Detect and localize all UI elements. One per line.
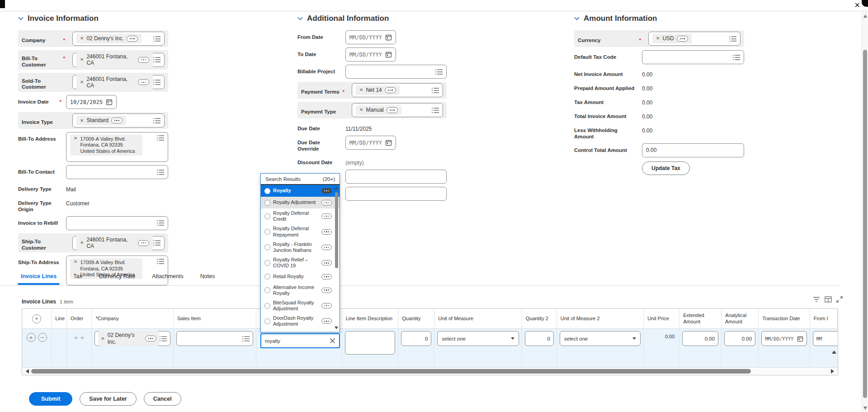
related-actions-icon[interactable] [321,303,332,308]
radio-icon[interactable] [264,213,270,219]
prompt-list-icon[interactable] [156,220,164,226]
search-result-option[interactable]: Royalty Adjustment [261,197,340,208]
related-actions-icon[interactable] [321,288,332,293]
save-for-later-button[interactable]: Save for Later [80,392,136,406]
calendar-icon[interactable] [797,336,803,342]
scroll-down-icon[interactable] [335,327,338,329]
prompt-input[interactable]: ✕USD [648,32,741,46]
related-actions-icon[interactable] [677,36,688,42]
calendar-icon[interactable] [385,34,392,41]
prompt-list-icon[interactable] [156,258,164,265]
selected-value-pill[interactable]: ✕246001 Fontana, CA [76,235,153,251]
prompt-list-icon[interactable] [732,54,740,61]
quantity-2-input[interactable]: 0 [525,331,554,346]
remove-icon[interactable]: ✕ [80,36,84,41]
radio-icon[interactable] [264,260,270,266]
unit-of-measure-2-select[interactable]: select one [560,331,641,346]
close-icon[interactable]: ✕ [854,0,860,10]
search-result-option[interactable]: EzCater Royalty [261,329,340,331]
selected-value-pill[interactable]: ✕USD [652,34,692,43]
order-down-icon[interactable] [80,337,85,340]
search-result-option[interactable]: Royalty - Franklin Junction Nathans [261,240,340,255]
prompt-input[interactable]: ✕246001 Fontana, CA [72,236,165,250]
tab-item[interactable]: Attachments [152,273,183,284]
related-actions-icon[interactable] [321,260,332,265]
remove-icon[interactable]: ✕ [80,118,84,123]
selected-value-pill[interactable]: ✕Net 14 [356,85,400,95]
search-result-option[interactable]: DoorDash Royalty Adjustment [261,313,340,329]
selected-value-pill[interactable]: ✕246001 Fontana, CA [76,52,153,68]
search-result-option[interactable]: Alternative Income Royalty [261,283,340,298]
prompt-list-icon[interactable] [159,336,167,342]
order-cell[interactable] [67,329,92,367]
add-row-header[interactable]: + [22,309,52,328]
related-actions-icon[interactable] [127,36,138,42]
prompt-input[interactable]: ✕02 Denny's Inc. [72,32,165,46]
extended-amount-input[interactable]: 0.00 [682,331,718,346]
update-tax-button[interactable]: Update Tax [642,161,690,175]
date-input[interactable]: MM/DD/YYYY [345,47,396,62]
tab-item[interactable]: Currency Rate [99,273,136,284]
prompt-list-icon[interactable] [153,79,160,85]
selected-value-pill[interactable]: ✕02 Denny's Inc. [76,34,142,43]
chevron-down-icon[interactable] [574,17,580,20]
transaction-date-input[interactable]: MM/DD/YYYY [761,331,807,346]
related-actions-icon[interactable] [321,318,332,324]
remove-icon[interactable]: ✕ [359,88,363,92]
prompt-input[interactable]: ✕Manual [352,103,443,117]
related-actions-icon[interactable] [145,336,156,341]
remove-icon[interactable]: ✕ [80,80,84,85]
remove-icon[interactable]: ✕ [80,241,84,245]
grid-horizontal-scrollbar[interactable] [22,368,838,375]
tab-item[interactable]: Notes [200,273,215,284]
scroll-thumb[interactable] [335,192,338,268]
selected-value-pill[interactable]: ✕246001 Fontana, CA [76,75,153,90]
calendar-icon[interactable] [385,139,392,146]
radio-icon[interactable] [264,188,270,194]
radio-icon[interactable] [264,303,270,309]
add-row-icon[interactable]: + [27,333,36,342]
radio-icon[interactable] [264,200,270,206]
unit-of-measure-select[interactable]: select one [437,331,519,346]
scroll-up-icon[interactable] [832,350,836,354]
prompt-list-icon[interactable] [156,135,164,141]
radio-icon[interactable] [264,274,270,279]
date-input[interactable]: MM/DD/YYYY [345,136,396,150]
company-prompt-input[interactable]: ✕02 Denny's Inc. [94,331,170,346]
related-actions-icon[interactable] [111,118,123,123]
selected-value-pill[interactable]: ✕Manual [356,105,401,114]
scroll-up-icon[interactable] [863,14,867,18]
related-actions-icon[interactable] [321,213,332,219]
sales-item-prompt-input[interactable] [176,331,253,346]
horizontal-scroll-thumb[interactable] [31,369,751,374]
date-input[interactable]: 10/28/2025 [66,95,117,109]
prompt-list-icon[interactable] [435,69,443,75]
related-actions-icon[interactable] [321,274,332,279]
related-actions-icon[interactable] [321,200,332,205]
prompt-input-empty[interactable] [345,65,447,79]
radio-icon[interactable] [264,287,270,293]
selected-value-pill[interactable]: ✕Standard [76,116,126,125]
prompt-list-icon[interactable] [156,169,164,175]
clear-search-icon[interactable] [330,338,335,344]
line-item-description-input[interactable] [345,331,395,355]
search-result-option[interactable]: Royalty Relief – COVID 19 [261,255,340,270]
prompt-input-empty[interactable] [642,50,744,64]
grid-view-icon[interactable] [825,296,832,303]
prompt-list-icon[interactable] [431,107,439,114]
order-up-icon[interactable] [74,337,78,340]
radio-icon[interactable] [264,244,270,250]
related-actions-icon[interactable] [385,87,396,93]
expand-icon[interactable] [836,296,843,303]
search-result-option[interactable]: Royalty Deferral Credit [261,208,340,224]
related-actions-icon[interactable] [321,245,332,250]
date-input[interactable]: MM/DD/YYYY [345,30,396,44]
text-input[interactable]: 0.00 [642,143,744,157]
text-input[interactable] [345,170,447,184]
selected-value-pill[interactable]: ✕17009-A Valley Blvd. Fontana, CA 92335 … [70,135,142,156]
remove-row-icon[interactable]: − [38,333,47,342]
filter-icon[interactable] [813,296,820,303]
text-input[interactable] [345,187,447,201]
remove-icon[interactable]: ✕ [74,260,77,264]
tab-item[interactable]: Invoice Lines [21,273,57,284]
